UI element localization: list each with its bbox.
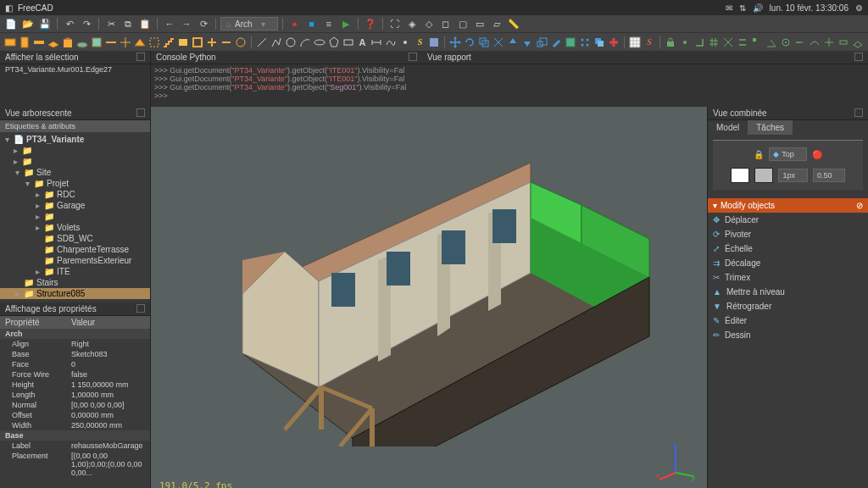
draft-to-sketch-icon[interactable] bbox=[564, 35, 577, 50]
task-item[interactable]: ⇉Décalage bbox=[708, 256, 868, 270]
view-front-icon[interactable]: ▢ bbox=[455, 16, 470, 31]
rebar-icon[interactable] bbox=[32, 35, 46, 50]
axis-icon[interactable] bbox=[119, 35, 132, 50]
settings-icon[interactable]: ⚙ bbox=[855, 3, 863, 13]
space-icon[interactable] bbox=[147, 35, 161, 50]
wall-icon[interactable] bbox=[3, 35, 17, 50]
property-row[interactable]: Placement[(0,00 0,00 1,00);0,00;(0,00 0,… bbox=[0, 451, 150, 478]
property-row[interactable]: Length1,00000 mm bbox=[0, 390, 150, 400]
tree-item-root[interactable]: ▾📄PT34_Variante bbox=[0, 134, 150, 145]
property-row[interactable]: Face0 bbox=[0, 359, 150, 369]
frame-icon[interactable] bbox=[191, 35, 204, 50]
panel-icon[interactable] bbox=[176, 35, 190, 50]
line-color-picker[interactable] bbox=[731, 168, 749, 183]
plane-selector[interactable]: ◆Top bbox=[769, 147, 807, 161]
survey-icon[interactable] bbox=[234, 35, 248, 50]
edit-icon[interactable] bbox=[549, 35, 563, 50]
window-icon[interactable] bbox=[90, 35, 103, 50]
cut-icon[interactable]: ✂ bbox=[103, 16, 119, 31]
section-icon[interactable] bbox=[104, 35, 118, 50]
downgrade-icon[interactable] bbox=[520, 35, 534, 50]
close-icon[interactable] bbox=[136, 53, 145, 61]
floor-icon[interactable] bbox=[47, 35, 60, 50]
tab-tasks[interactable]: Tâches bbox=[748, 120, 793, 135]
task-item[interactable]: ▼Rétrograder bbox=[708, 299, 868, 313]
volume-icon[interactable]: 🔊 bbox=[753, 3, 763, 13]
arrow-left-icon[interactable]: ← bbox=[162, 16, 177, 31]
arc-icon[interactable] bbox=[298, 35, 312, 50]
tree-item[interactable]: 📁Stairs bbox=[0, 277, 150, 288]
mail-icon[interactable]: ✉ bbox=[726, 3, 732, 13]
spreadsheet-icon[interactable] bbox=[628, 35, 642, 50]
macro-play-icon[interactable]: ▶ bbox=[338, 16, 353, 31]
remove-icon[interactable] bbox=[220, 35, 233, 50]
view-fit-icon[interactable]: ⛶ bbox=[387, 16, 403, 31]
text-icon[interactable]: A bbox=[356, 35, 370, 50]
roof-icon[interactable] bbox=[133, 35, 147, 50]
macro-stop-icon[interactable]: ■ bbox=[304, 16, 320, 31]
snap-ext-icon[interactable] bbox=[793, 35, 807, 50]
face-color-picker[interactable] bbox=[754, 168, 773, 183]
macro-list-icon[interactable]: ≡ bbox=[321, 16, 337, 31]
upgrade-icon[interactable] bbox=[506, 35, 520, 50]
task-section-header[interactable]: ▾Modify objects ⊘ bbox=[708, 198, 868, 213]
tree-item[interactable]: ▸📁Structure085 bbox=[0, 288, 150, 299]
script-icon[interactable]: S bbox=[643, 35, 656, 50]
property-row[interactable]: Height1 150,00000 mm bbox=[0, 380, 150, 390]
copy-icon[interactable]: ⧉ bbox=[120, 16, 136, 31]
trimex-icon[interactable] bbox=[492, 35, 505, 50]
snap-end-icon[interactable] bbox=[750, 35, 764, 50]
snap-int-icon[interactable] bbox=[721, 35, 735, 50]
point-icon[interactable] bbox=[398, 35, 412, 50]
structure-icon[interactable] bbox=[18, 35, 31, 50]
new-file-icon[interactable]: 📄 bbox=[3, 16, 19, 31]
snap-lock-icon[interactable] bbox=[664, 35, 677, 50]
lock-icon[interactable]: 🔒 bbox=[754, 150, 764, 159]
clone-icon[interactable] bbox=[593, 35, 606, 50]
refresh-icon[interactable]: ⟳ bbox=[196, 16, 211, 31]
measure-icon[interactable]: 📏 bbox=[506, 16, 521, 31]
task-item[interactable]: ⟳Pivoter bbox=[708, 227, 868, 241]
wire-icon[interactable] bbox=[270, 35, 283, 50]
snap-mid-icon[interactable] bbox=[678, 35, 692, 50]
tree-view[interactable]: ▾📄PT34_Variante ▸📁 ▸📁 ▾📁Site▾📁Projet▸📁RD… bbox=[0, 132, 150, 302]
tree-item[interactable]: 📁CharpenteTerrasse bbox=[0, 244, 150, 255]
help-icon[interactable]: ❓ bbox=[363, 16, 378, 31]
snap-cen-icon[interactable] bbox=[779, 35, 793, 50]
snap-grid-icon[interactable] bbox=[707, 35, 721, 50]
stairs-icon[interactable] bbox=[162, 35, 175, 50]
task-item[interactable]: ✏Dessin bbox=[708, 328, 868, 342]
rotate-icon[interactable] bbox=[463, 35, 476, 50]
property-row[interactable]: Offset0,00000 mm bbox=[0, 410, 150, 420]
property-row[interactable]: AlignRight bbox=[0, 339, 150, 349]
snap-dim-icon[interactable] bbox=[837, 35, 850, 50]
snap-par-icon[interactable] bbox=[736, 35, 749, 50]
shapestring-icon[interactable]: S bbox=[413, 35, 426, 50]
snap-wp-icon[interactable] bbox=[851, 35, 865, 50]
network-icon[interactable]: ⇅ bbox=[739, 3, 746, 13]
task-item[interactable]: ✂Trimex bbox=[708, 270, 868, 285]
move-icon[interactable] bbox=[448, 35, 462, 50]
site-icon[interactable] bbox=[75, 35, 89, 50]
tab-model[interactable]: Model bbox=[708, 120, 748, 135]
task-item[interactable]: ✥Déplacer bbox=[708, 213, 868, 227]
offset-icon[interactable] bbox=[477, 35, 491, 50]
polygon-icon[interactable] bbox=[327, 35, 341, 50]
add-icon[interactable] bbox=[205, 35, 219, 50]
heal-icon[interactable] bbox=[607, 35, 620, 50]
tree-item[interactable]: ▸📁 bbox=[0, 211, 150, 222]
task-collapse-icon[interactable]: ⊘ bbox=[856, 201, 863, 210]
tree-item[interactable]: ▸📁 bbox=[0, 156, 150, 167]
view-top-icon[interactable]: ▱ bbox=[489, 16, 504, 31]
array-icon[interactable] bbox=[578, 35, 592, 50]
ellipse-icon[interactable] bbox=[313, 35, 326, 50]
linewidth-spinner[interactable]: 1px bbox=[778, 169, 808, 182]
dimension-icon[interactable] bbox=[370, 35, 384, 50]
tree-item[interactable]: ▾📁Projet bbox=[0, 178, 150, 189]
close-icon[interactable] bbox=[136, 304, 145, 313]
3d-viewport[interactable]: 191.0/5.2 fps z x y bbox=[151, 107, 707, 488]
python-console[interactable]: >>> Gui.getDocument("PT34_Variante").get… bbox=[151, 64, 422, 107]
color-style-icon[interactable]: 🔴 bbox=[812, 150, 822, 159]
view-ortho-icon[interactable]: ◇ bbox=[421, 16, 437, 31]
close-icon[interactable] bbox=[136, 108, 145, 117]
